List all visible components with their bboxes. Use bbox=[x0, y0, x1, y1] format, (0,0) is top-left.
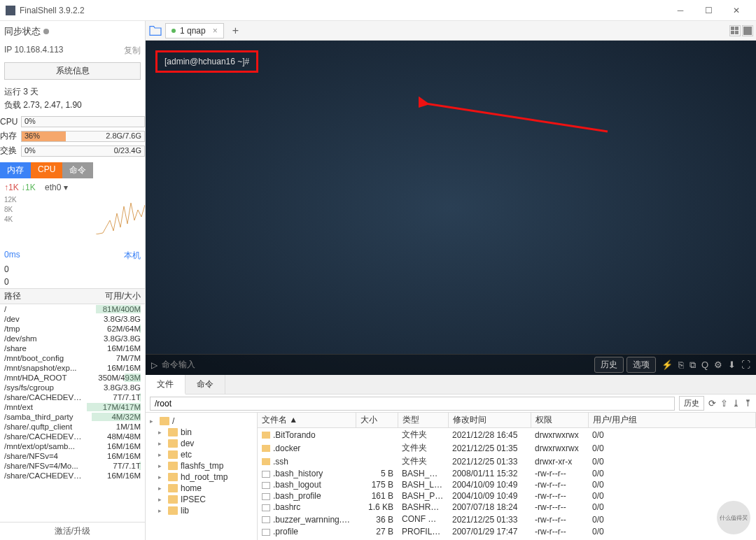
view-single-button[interactable] bbox=[742, 25, 753, 36]
disk-row[interactable]: /81M/400M bbox=[0, 304, 145, 314]
net-interface-select[interactable]: eth0 ▾ bbox=[45, 183, 68, 192]
session-tab[interactable]: 1 qnap× bbox=[165, 23, 224, 38]
file-row[interactable]: .ssh文件夹2021/12/25 01:33drwxr-xr-x0/0 bbox=[258, 455, 756, 468]
net-down: ↓1K bbox=[21, 183, 36, 192]
disk-row[interactable]: /share/NFSv=416M/16M bbox=[0, 451, 145, 461]
play-icon[interactable]: ▷ bbox=[151, 360, 158, 370]
uptime-text: 运行 3 天 bbox=[4, 85, 141, 99]
fullscreen-icon[interactable]: ⛶ bbox=[741, 360, 750, 370]
tree-item[interactable]: ▸/ bbox=[148, 415, 254, 427]
net-up: ↑1K bbox=[4, 183, 19, 192]
col-perm[interactable]: 权限 bbox=[531, 413, 588, 428]
system-info-button[interactable]: 系统信息 bbox=[4, 62, 141, 80]
cpu-label: CPU bbox=[0, 117, 21, 127]
tab-command[interactable]: 命令 bbox=[186, 375, 225, 394]
tree-item[interactable]: ▸bin bbox=[148, 427, 254, 438]
copy-button[interactable]: 复制 bbox=[124, 45, 141, 57]
folder-icon[interactable] bbox=[148, 25, 162, 36]
command-input[interactable]: 命令输入 bbox=[162, 359, 592, 371]
col-owner[interactable]: 用户/用户组 bbox=[588, 413, 756, 428]
disk-row[interactable]: /dev3.8G/3.8G bbox=[0, 314, 145, 324]
add-tab-button[interactable]: + bbox=[227, 24, 244, 37]
disk-row[interactable]: /mnt/HDA_ROOT350M/493M bbox=[0, 373, 145, 383]
disk-row[interactable]: /share16M/16M bbox=[0, 343, 145, 353]
file-row[interactable]: .bash_profile161 BBASH_PR...2004/10/09 1… bbox=[258, 490, 756, 502]
file-row[interactable]: .BitTorando文件夹2021/12/28 16:45drwxrwxrwx… bbox=[258, 428, 756, 442]
app-icon bbox=[6, 6, 15, 15]
ping-value: 0ms bbox=[4, 250, 20, 262]
up-icon[interactable]: ⇧ bbox=[720, 398, 728, 408]
tree-item[interactable]: ▸lib bbox=[148, 505, 254, 516]
tree-item[interactable]: ▸home bbox=[148, 483, 254, 494]
net-chart bbox=[96, 199, 145, 234]
disk-row[interactable]: /samba_third_party4M/32M bbox=[0, 412, 145, 422]
tab-cpu[interactable]: CPU bbox=[31, 162, 62, 178]
disk-row[interactable]: /mnt/snapshot/exp...16M/16M bbox=[0, 363, 145, 373]
tree-item[interactable]: ▸dev bbox=[148, 438, 254, 449]
path-history-button[interactable]: 历史 bbox=[679, 396, 704, 411]
tree-item[interactable]: ▸etc bbox=[148, 449, 254, 460]
close-tab-icon[interactable]: × bbox=[213, 26, 218, 36]
file-row[interactable]: .profile27 BPROFILE ...2007/01/29 17:47-… bbox=[258, 526, 756, 537]
tab-memory[interactable]: 内存 bbox=[0, 162, 31, 178]
copy-icon[interactable]: ⧉ bbox=[690, 360, 696, 371]
status-dot-icon bbox=[172, 29, 176, 33]
search-icon[interactable]: Q bbox=[701, 360, 708, 370]
download-icon[interactable]: ⬇ bbox=[728, 360, 736, 370]
minimize-button[interactable]: ─ bbox=[666, 1, 694, 20]
col-name[interactable]: 文件名 ▲ bbox=[258, 413, 356, 428]
file-row[interactable]: .bashrc1.6 KBBASHRC ...2007/07/18 18:24-… bbox=[258, 502, 756, 513]
gear-icon[interactable]: ⚙ bbox=[714, 360, 722, 370]
view-grid-button[interactable] bbox=[729, 25, 741, 36]
tab-file[interactable]: 文件 bbox=[146, 375, 186, 395]
tree-item[interactable]: ▸hd_root_tmp bbox=[148, 471, 254, 483]
download-file-icon[interactable]: ⤓ bbox=[732, 398, 740, 408]
disk-row[interactable]: /share/.quftp_client1M/1M bbox=[0, 422, 145, 432]
load-text: 负载 2.73, 2.47, 1.90 bbox=[4, 99, 141, 112]
watermark: 什么值得买 bbox=[717, 501, 750, 534]
activate-button[interactable]: 激活/升级 bbox=[0, 522, 145, 540]
lightning-icon[interactable]: ⚡ bbox=[662, 360, 673, 370]
svg-line-0 bbox=[426, 104, 608, 132]
file-row[interactable]: .docker文件夹2021/12/25 01:35drwxrwxrwx0/0 bbox=[258, 441, 756, 455]
disk-col-size[interactable]: 可用/大小 bbox=[85, 290, 141, 302]
swap-bar: 0%0/23.4G bbox=[21, 145, 145, 157]
disk-row[interactable]: /share/CACHEDEV1...48M/48M bbox=[0, 432, 145, 441]
ping-host[interactable]: 本机 bbox=[124, 250, 141, 262]
disk-row[interactable]: /share/NFSv=4/Mo...7T/7.1T bbox=[0, 461, 145, 471]
disk-row[interactable]: /dev/shm3.8G/3.8G bbox=[0, 334, 145, 343]
path-input[interactable] bbox=[150, 397, 675, 411]
disk-row[interactable]: /sys/fs/cgroup3.8G/3.8G bbox=[0, 383, 145, 392]
disk-row[interactable]: /tmp62M/64M bbox=[0, 324, 145, 334]
close-button[interactable]: ✕ bbox=[722, 1, 750, 20]
tree-item[interactable]: ▸IPSEC bbox=[148, 494, 254, 505]
disk-col-path[interactable]: 路径 bbox=[4, 290, 85, 302]
mem-bar: 36%2.8G/7.6G bbox=[21, 131, 145, 142]
disk-row[interactable]: /mnt/ext/opt/samb...16M/16M bbox=[0, 441, 145, 451]
options-button[interactable]: 选项 bbox=[626, 357, 656, 373]
sync-status-dot bbox=[43, 29, 49, 34]
cpu-bar: 0% bbox=[21, 116, 145, 127]
file-row[interactable]: .buzzer_warnning.co...36 BCONF 文件2021/12… bbox=[258, 513, 756, 526]
refresh-icon[interactable]: ⟳ bbox=[708, 398, 716, 408]
ip-label: IP 10.168.4.113 bbox=[4, 45, 64, 57]
disk-row[interactable]: /mnt/ext17M/417M bbox=[0, 402, 145, 412]
file-row[interactable]: .bash_logout175 BBASH_LO...2004/10/09 10… bbox=[258, 479, 756, 490]
terminal-prompt: [admin@hchuan16 ~]# bbox=[164, 57, 249, 66]
disk-row[interactable]: /share/CACHEDEV1...16M/16M bbox=[0, 471, 145, 481]
col-type[interactable]: 类型 bbox=[398, 413, 448, 428]
terminal[interactable]: [admin@hchuan16 ~]# bbox=[146, 41, 756, 354]
link-icon[interactable]: ⎘ bbox=[678, 360, 684, 370]
history-button[interactable]: 历史 bbox=[594, 357, 624, 373]
tab-command[interactable]: 命令 bbox=[62, 162, 93, 178]
window-title: FinalShell 3.9.2.2 bbox=[20, 6, 666, 15]
mem-label: 内存 bbox=[0, 130, 21, 142]
disk-row[interactable]: /share/CACHEDEV1...7T/7.1T bbox=[0, 392, 145, 402]
col-mtime[interactable]: 修改时间 bbox=[448, 413, 531, 428]
tree-item[interactable]: ▸flashfs_tmp bbox=[148, 460, 254, 471]
upload-file-icon[interactable]: ⤒ bbox=[744, 398, 752, 408]
col-size[interactable]: 大小 bbox=[356, 413, 398, 428]
maximize-button[interactable]: ☐ bbox=[694, 1, 722, 20]
file-row[interactable]: .bash_history5 BBASH_HI...2008/01/11 15:… bbox=[258, 468, 756, 479]
disk-row[interactable]: /mnt/boot_config7M/7M bbox=[0, 353, 145, 363]
